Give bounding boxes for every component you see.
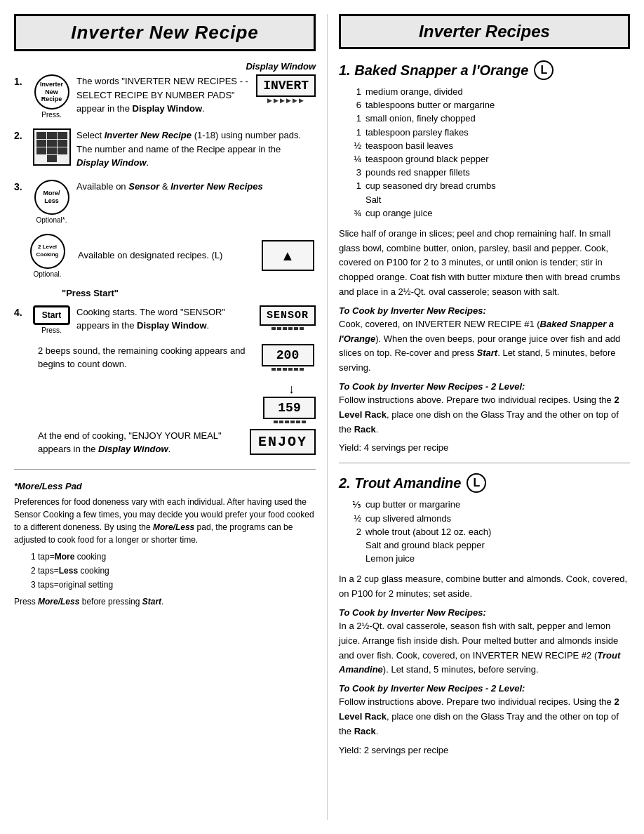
recipe-2-title: 2. Trout Amandine L [339, 473, 630, 493]
note-title: *More/Less Pad [14, 479, 316, 494]
note-list-item: 1 tap=More cooking [31, 550, 316, 563]
enjoy-row: At the end of cooking, "ENJOY YOUR MEAL"… [14, 429, 316, 456]
list-item: ½teaspoon basil leaves [342, 140, 630, 152]
sensor-display: SENSOR [260, 305, 316, 326]
sensor-dots [271, 327, 304, 330]
recipe-1-subhead-2: To Cook by Inverter New Recipes - 2 Leve… [339, 381, 630, 392]
list-item: ¼teaspoon ground black pepper [342, 153, 630, 166]
step-4-text: Cooking starts. The word "SENSOR" appear… [76, 305, 254, 333]
step-3-number: 3. [14, 181, 27, 192]
step-1-display: INVERT ▶▶▶▶▶▶ [256, 74, 316, 104]
page-layout: Inverter New Recipe Display Window 1. In… [0, 0, 644, 834]
step-4-display: SENSOR [260, 305, 316, 330]
enjoy-display: ENJOY [250, 429, 316, 455]
recipe-1: 1. Baked Snapper a l'Orange L 1medium or… [339, 60, 630, 453]
list-item: ⅓cup butter or margarine [342, 498, 630, 511]
countdown-area: ↓ 159 [14, 381, 316, 423]
step-3-text: Available on Sensor & Inverter New Recip… [76, 180, 316, 194]
list-item: Salt and ground black pepper [342, 539, 630, 552]
note-list-item: 2 taps=Less cooking [31, 564, 316, 577]
beeps-text: 2 beeps sound, the remaining cooking app… [38, 344, 254, 371]
recipe-2-level-circle: L [467, 473, 486, 493]
2level-rect-display: ▲ [262, 240, 314, 271]
step-3-icon-area: More/ Less Optional*. [32, 180, 71, 224]
159-display: 159 [263, 397, 316, 419]
start-button[interactable]: Start [33, 305, 70, 325]
right-title: Inverter Recipes [351, 22, 618, 41]
numpad-icon[interactable] [33, 128, 71, 166]
more-less-button[interactable]: More/ Less [34, 180, 69, 215]
note-list: 1 tap=More cooking 2 taps=Less cooking 3… [31, 550, 316, 591]
recipe-2-subtext-2: Follow instructions above. Prepare two i… [339, 695, 630, 739]
list-item: 1tablespoon parsley flakes [342, 126, 630, 139]
right-column: Inverter Recipes 1. Baked Snapper a l'Or… [327, 14, 630, 820]
159-dots [274, 421, 306, 423]
recipe-1-ingredients: 1medium orange, divided 6tablespoons but… [342, 86, 630, 220]
recipe-2: 2. Trout Amandine L ⅓cup butter or marga… [339, 473, 630, 755]
recipe-1-subhead-1: To Cook by Inverter New Recipes: [339, 305, 630, 316]
2level-optional-label: Optional. [33, 270, 61, 278]
step-2-row: 2. Select Inverter New Recipe (1-18) usi… [14, 128, 316, 170]
recipe-2-ingredients: ⅓cup butter or margarine ½cup slivered a… [342, 498, 630, 565]
step-3-row: 3. More/ Less Optional*. Available on Se… [14, 180, 316, 224]
recipe-1-yield: Yield: 4 servings per recipe [339, 442, 630, 453]
list-item: 1cup seasoned dry bread crumbs [342, 180, 630, 192]
press-start-label: "Press Start" [62, 288, 316, 298]
list-item: 1small onion, finely chopped [342, 112, 630, 125]
beeps-display: 200 [260, 344, 316, 371]
step-4-number: 4. [14, 307, 27, 318]
recipe-1-title: 1. Baked Snapper a l'Orange L [339, 60, 630, 80]
invert-display-dots: ▶▶▶▶▶▶ [267, 97, 305, 104]
list-item: 1medium orange, divided [342, 86, 630, 98]
step-4-row: 4. Start Press. Cooking starts. The word… [14, 305, 316, 334]
200-display: 200 [262, 344, 314, 366]
step-2-text: Select Inverter New Recipe (1-18) using … [76, 128, 316, 170]
step-1-number: 1. [14, 76, 27, 87]
inverter-new-recipe-button[interactable]: Inverter New Recipe [34, 74, 69, 110]
list-item: Salt [342, 194, 630, 206]
list-item: ½cup slivered almonds [342, 512, 630, 525]
step-1-row: 1. Inverter New Recipe Press. The words … [14, 74, 316, 119]
list-item: ¾cup orange juice [342, 207, 630, 220]
159-display-wrapper: 159 [263, 397, 316, 423]
step-4-icon-area: Start Press. [32, 305, 71, 334]
step-1-text: The words "INVERTER NEW RECIPES - - SELE… [76, 74, 250, 116]
left-column: Inverter New Recipe Display Window 1. In… [14, 14, 316, 820]
recipe-2-subhead-1: To Cook by Inverter New Recipes: [339, 607, 630, 618]
recipe-1-subtext-1: Cook, covered, on INVERTER NEW RECIPE #1… [339, 317, 630, 376]
step-4-press-label: Press. [41, 326, 61, 334]
200-dots [271, 368, 304, 371]
list-item: 2whole trout (about 12 oz. each) [342, 526, 630, 538]
recipe-2-body: In a 2 cup glass measure, combine butter… [339, 572, 630, 602]
optional-2level-row: 2 Level Cooking Optional. Available on d… [28, 234, 316, 278]
note-body: Preferences for food doneness vary with … [14, 496, 316, 546]
beeps-row: 2 beeps sound, the remaining cooking app… [14, 344, 316, 371]
step-2-number: 2. [14, 130, 27, 141]
2level-icon-area: 2 Level Cooking Optional. [28, 234, 67, 278]
step-3-optional-label: Optional*. [36, 216, 67, 224]
invert-display: INVERT [256, 74, 316, 97]
step-1-press-label: Press. [41, 111, 61, 119]
recipe-2-subhead-2: To Cook by Inverter New Recipes - 2 Leve… [339, 683, 630, 694]
recipe-2-subtext-1: In a 2½-Qt. oval casserole, season fish … [339, 619, 630, 677]
list-item: 3pounds red snapper fillets [342, 166, 630, 179]
recipe-1-body: Slice half of orange in slices; peel and… [339, 227, 630, 300]
left-title: Inverter New Recipe [26, 22, 304, 44]
list-item: 6tablespoons butter or margarine [342, 99, 630, 112]
arrow-down-icon: ↓ [288, 383, 295, 395]
2level-cooking-button[interactable]: 2 Level Cooking [30, 234, 65, 269]
display-window-label: Display Window [14, 61, 316, 72]
note-footer: Press More/Less before pressing Start. [14, 595, 316, 608]
right-title-box: Inverter Recipes [339, 14, 630, 49]
2level-text: Available on designated recipes. (L) [78, 249, 254, 263]
recipe-1-subtext-2: Follow instructions above. Prepare two i… [339, 393, 630, 437]
step-1-icon-area: Inverter New Recipe Press. [32, 74, 71, 119]
note-section: *More/Less Pad Preferences for food done… [14, 469, 316, 609]
recipe-1-level-circle: L [534, 60, 554, 80]
enjoy-display-area: ENJOY [250, 429, 316, 455]
left-title-box: Inverter New Recipe [14, 14, 316, 51]
enjoy-text: At the end of cooking, "ENJOY YOUR MEAL"… [38, 429, 244, 456]
recipe-2-yield: Yield: 2 servings per recipe [339, 745, 630, 755]
step-2-icon-area [32, 128, 71, 166]
2level-display: ▲ [260, 240, 316, 271]
